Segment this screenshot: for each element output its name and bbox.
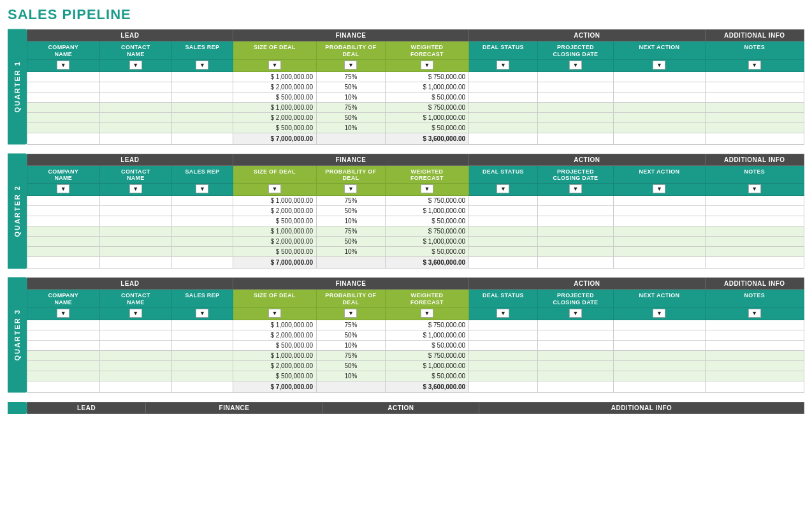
dealsize-1-1: $ 2,000,000.00 — [233, 82, 316, 92]
quarter-2-block: QUARTER 2 LEAD FINANCE ACTION ADDITIONAL… — [8, 154, 804, 269]
filter-cell-3-9: ▼ — [705, 307, 804, 320]
filter-btn-3-7[interactable]: ▼ — [569, 309, 582, 318]
projclose-3-1 — [537, 330, 614, 340]
dealstatus-3-1 — [469, 330, 538, 340]
filter-btn-3-8[interactable]: ▼ — [653, 309, 665, 318]
total-empty-6-1 — [614, 133, 705, 144]
filter-btn-3-9[interactable]: ▼ — [748, 309, 761, 318]
filter-btn-3-0[interactable]: ▼ — [57, 309, 69, 318]
dealstatus-1-1 — [469, 82, 538, 92]
filter-btn-3-6[interactable]: ▼ — [497, 309, 509, 318]
nextaction-2-1 — [614, 206, 705, 216]
quarter-2-table-wrap: LEAD FINANCE ACTION ADDITIONAL INFO COMP… — [27, 154, 804, 269]
salesrep-3-5 — [172, 371, 233, 381]
projclose-1-3 — [537, 102, 614, 112]
filter-btn-3-3[interactable]: ▼ — [268, 309, 281, 318]
salesrep-3-0 — [172, 320, 233, 330]
filter-btn-2-9[interactable]: ▼ — [748, 184, 761, 193]
lead-section-2: LEAD — [27, 154, 233, 165]
quarter-4-label — [8, 402, 27, 414]
filter-btn-1-2[interactable]: ▼ — [196, 61, 208, 70]
dealsize-1-2: $ 500,000.00 — [233, 92, 316, 102]
data-row-3-1: $ 2,000,000.00 50% $ 1,000,000.00 — [27, 330, 804, 340]
contact-2-1 — [99, 206, 172, 216]
projclose-2-3 — [537, 226, 614, 237]
col-header-row-2: COMPANYNAME CONTACTNAME SALES REP SIZE O… — [27, 165, 804, 184]
additional-section-1: ADDITIONAL INFO — [705, 30, 804, 41]
notes-3-0 — [705, 320, 804, 330]
salesrep-2-3 — [172, 226, 233, 237]
dealstatus-1-3 — [469, 102, 538, 112]
filter-btn-2-3[interactable]: ▼ — [268, 184, 281, 193]
filter-btn-1-8[interactable]: ▼ — [653, 61, 665, 70]
dealstatus-1-5 — [469, 122, 538, 133]
finance-section-3: FINANCE — [233, 278, 468, 290]
projclose-1-2 — [537, 92, 614, 102]
col-salesrep-3: SALES REP — [172, 290, 233, 308]
filter-btn-2-6[interactable]: ▼ — [497, 184, 509, 193]
notes-3-1 — [705, 330, 804, 340]
nextaction-3-0 — [614, 320, 705, 330]
salesrep-3-1 — [172, 330, 233, 340]
page-container: SALES PIPELINE QUARTER 1 LEAD FINANCE AC… — [0, 0, 812, 427]
company-3-5 — [27, 371, 100, 381]
dealsize-2-3: $ 1,000,000.00 — [233, 226, 316, 237]
projclose-3-4 — [537, 360, 614, 371]
nextaction-1-0 — [614, 71, 705, 82]
filter-btn-2-8[interactable]: ▼ — [653, 184, 665, 193]
salesrep-1-0 — [172, 71, 233, 82]
filter-cell-1-3: ▼ — [233, 59, 316, 71]
nextaction-1-5 — [614, 122, 705, 133]
filter-btn-2-0[interactable]: ▼ — [57, 184, 69, 193]
total-prob-empty-3 — [317, 381, 386, 392]
weighted-2-5: $ 50,000.00 — [385, 247, 468, 257]
filter-btn-3-5[interactable]: ▼ — [421, 309, 433, 318]
filter-btn-2-4[interactable]: ▼ — [344, 184, 357, 193]
filter-btn-3-1[interactable]: ▼ — [129, 309, 142, 318]
additional-section-3: ADDITIONAL INFO — [705, 278, 804, 290]
prob-3-0: 75% — [317, 320, 386, 330]
prob-3-5: 10% — [317, 371, 386, 381]
prob-1-4: 50% — [317, 112, 386, 122]
filter-cell-3-3: ▼ — [233, 307, 316, 320]
filter-cell-1-7: ▼ — [537, 59, 614, 71]
prob-2-1: 50% — [317, 206, 386, 216]
quarter-3-table-wrap: LEAD FINANCE ACTION ADDITIONAL INFO COMP… — [27, 277, 804, 393]
contact-3-5 — [99, 371, 172, 381]
col-header-row-1: COMPANYNAME CONTACTNAME SALES REP SIZE O… — [27, 41, 804, 60]
projclose-2-5 — [537, 247, 614, 257]
col-weighted-1: WEIGHTEDFORECAST — [385, 41, 468, 60]
filter-btn-2-7[interactable]: ▼ — [569, 184, 582, 193]
data-row-3-5: $ 500,000.00 10% $ 50,000.00 — [27, 371, 804, 381]
filter-cell-1-8: ▼ — [614, 59, 705, 71]
filter-btn-1-7[interactable]: ▼ — [569, 61, 582, 70]
dealstatus-3-3 — [469, 350, 538, 360]
filter-btn-2-5[interactable]: ▼ — [421, 184, 433, 193]
filter-cell-1-1: ▼ — [99, 59, 172, 71]
page-title: SALES PIPELINE — [8, 6, 804, 23]
col-nextaction-1: NEXT ACTION — [614, 41, 705, 60]
total-weighted-3: $ 3,600,000.00 — [385, 381, 468, 392]
salesrep-3-3 — [172, 350, 233, 360]
filter-btn-1-6[interactable]: ▼ — [497, 61, 509, 70]
salesrep-1-5 — [172, 122, 233, 133]
filter-btn-3-4[interactable]: ▼ — [344, 309, 357, 318]
contact-3-4 — [99, 360, 172, 371]
dealsize-3-0: $ 1,000,000.00 — [233, 320, 316, 330]
section-header-row-3: LEAD FINANCE ACTION ADDITIONAL INFO — [27, 278, 804, 290]
company-1-2 — [27, 92, 100, 102]
filter-btn-1-3[interactable]: ▼ — [268, 61, 281, 70]
filter-btn-1-0[interactable]: ▼ — [57, 61, 69, 70]
projclose-2-4 — [537, 237, 614, 247]
weighted-1-4: $ 1,000,000.00 — [385, 112, 468, 122]
filter-btn-3-2[interactable]: ▼ — [196, 309, 208, 318]
contact-3-3 — [99, 350, 172, 360]
filter-btn-1-1[interactable]: ▼ — [129, 61, 142, 70]
filter-btn-2-1[interactable]: ▼ — [129, 184, 142, 193]
filter-btn-2-2[interactable]: ▼ — [196, 184, 208, 193]
col-weighted-2: WEIGHTEDFORECAST — [385, 165, 468, 184]
filter-btn-1-4[interactable]: ▼ — [344, 61, 357, 70]
filter-btn-1-9[interactable]: ▼ — [748, 61, 761, 70]
col-nextaction-3: NEXT ACTION — [614, 290, 705, 308]
filter-btn-1-5[interactable]: ▼ — [421, 61, 433, 70]
